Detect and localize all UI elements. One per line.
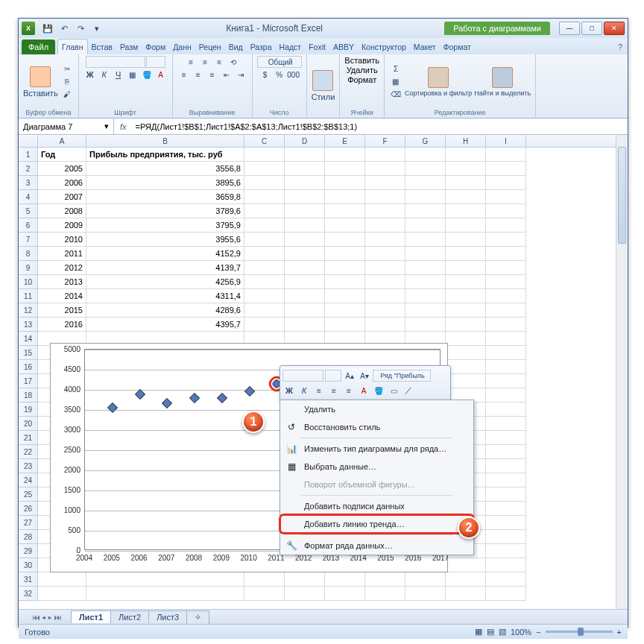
cell-B10[interactable]: 4256,9 bbox=[86, 275, 244, 289]
cell-D32[interactable] bbox=[285, 587, 325, 601]
cell-G6[interactable] bbox=[405, 218, 446, 233]
cell-C5[interactable] bbox=[244, 204, 285, 218]
row-head-24[interactable]: 24 bbox=[19, 473, 38, 487]
cell-H5[interactable] bbox=[446, 204, 486, 218]
undo-button[interactable]: ↶ bbox=[57, 21, 72, 36]
row-head-27[interactable]: 27 bbox=[19, 516, 38, 530]
tab-chart-design[interactable]: Конструктор bbox=[358, 40, 410, 54]
cell-I15[interactable] bbox=[486, 346, 526, 360]
sheet-tab-1[interactable]: Лист1 bbox=[71, 610, 111, 623]
close-button[interactable]: ✕ bbox=[604, 22, 625, 35]
col-head-E[interactable]: E bbox=[325, 135, 365, 148]
cell-C31[interactable] bbox=[244, 572, 285, 587]
cell-E2[interactable] bbox=[325, 162, 365, 176]
zoom-out-button[interactable]: − bbox=[536, 628, 540, 637]
cell-E5[interactable] bbox=[325, 204, 365, 218]
cell-A9[interactable]: 2012 bbox=[38, 261, 86, 275]
col-head-A[interactable]: A bbox=[38, 135, 86, 148]
line-mini[interactable]: ／ bbox=[402, 385, 415, 397]
cell-I10[interactable] bbox=[486, 275, 526, 289]
cell-H13[interactable] bbox=[446, 318, 486, 332]
tab-chart-format[interactable]: Формат bbox=[440, 40, 475, 54]
col-head-B[interactable]: B bbox=[86, 135, 244, 148]
autosum[interactable]: Σ bbox=[389, 63, 402, 75]
underline-button[interactable]: Ч bbox=[112, 69, 125, 80]
cell-I31[interactable] bbox=[486, 572, 526, 587]
cell-I6[interactable] bbox=[486, 218, 526, 233]
row-head-26[interactable]: 26 bbox=[19, 502, 38, 516]
cell-H14[interactable] bbox=[446, 332, 486, 346]
tab-file[interactable]: Файл bbox=[22, 40, 55, 54]
save-button[interactable]: 💾 bbox=[40, 21, 55, 36]
italic-mini[interactable]: К bbox=[297, 385, 311, 397]
find-select-button[interactable]: Найти и выделить bbox=[474, 67, 531, 97]
maximize-button[interactable]: □ bbox=[581, 22, 602, 35]
cell-H32[interactable] bbox=[446, 587, 486, 601]
cell-D9[interactable] bbox=[285, 261, 325, 275]
cell-I25[interactable] bbox=[486, 487, 526, 502]
cell-F11[interactable] bbox=[365, 289, 405, 303]
cell-B12[interactable]: 4289,6 bbox=[86, 303, 244, 318]
cell-G7[interactable] bbox=[405, 233, 446, 247]
cell-H11[interactable] bbox=[446, 289, 486, 303]
cell-F8[interactable] bbox=[365, 247, 405, 261]
cell-E8[interactable] bbox=[325, 247, 365, 261]
tab-abbyy[interactable]: ABBY bbox=[329, 40, 358, 54]
clear[interactable]: ⌫ bbox=[389, 89, 402, 101]
cell-C32[interactable] bbox=[244, 587, 285, 601]
cell-H6[interactable] bbox=[446, 218, 486, 233]
view-layout[interactable]: ▤ bbox=[487, 627, 494, 637]
cell-F7[interactable] bbox=[365, 233, 405, 247]
cell-G8[interactable] bbox=[405, 247, 446, 261]
cell-I7[interactable] bbox=[486, 233, 526, 247]
cell-I17[interactable] bbox=[486, 374, 526, 388]
row-head-15[interactable]: 15 bbox=[19, 346, 38, 360]
menu-format-series[interactable]: 🔧Формат ряда данных… bbox=[280, 537, 473, 555]
cell-E10[interactable] bbox=[325, 275, 365, 289]
cell-G1[interactable] bbox=[405, 148, 446, 162]
cell-H9[interactable] bbox=[446, 261, 486, 275]
row-head-4[interactable]: 4 bbox=[19, 190, 38, 204]
indent-inc[interactable]: ⇥ bbox=[234, 69, 247, 80]
formula-input[interactable]: =РЯД(Лист1!$B$1;Лист1!$A$2:$A$13;Лист1!$… bbox=[133, 122, 628, 131]
row-head-23[interactable]: 23 bbox=[19, 459, 38, 473]
cell-A1[interactable]: Год bbox=[38, 148, 86, 162]
row-head-18[interactable]: 18 bbox=[19, 388, 38, 402]
help-icon[interactable]: ? bbox=[613, 40, 628, 54]
orientation[interactable]: ⟲ bbox=[227, 56, 240, 68]
insert-cells-button[interactable]: Вставить bbox=[344, 56, 379, 65]
cell-B13[interactable]: 4395,7 bbox=[86, 318, 244, 332]
menu-reset-style[interactable]: ↺Восстановить стиль bbox=[280, 418, 473, 436]
col-head-I[interactable]: I bbox=[486, 135, 526, 148]
col-head-H[interactable]: H bbox=[446, 135, 486, 148]
row-head-8[interactable]: 8 bbox=[19, 247, 38, 261]
cell-I29[interactable] bbox=[486, 544, 526, 558]
cell-E11[interactable] bbox=[325, 289, 365, 303]
cell-D10[interactable] bbox=[285, 275, 325, 289]
cell-C9[interactable] bbox=[244, 261, 285, 275]
cell-I27[interactable] bbox=[486, 516, 526, 530]
cell-A10[interactable]: 2013 bbox=[38, 275, 86, 289]
cell-E1[interactable] bbox=[325, 148, 365, 162]
fill-mini[interactable]: 🪣 bbox=[372, 385, 385, 397]
data-point-2007[interactable] bbox=[162, 398, 172, 408]
align-top[interactable]: ≡ bbox=[184, 56, 198, 68]
row-head-31[interactable]: 31 bbox=[19, 572, 38, 587]
menu-add-data-labels[interactable]: Добавить подписи данных bbox=[280, 497, 473, 515]
format-cells-button[interactable]: Формат bbox=[347, 75, 376, 84]
cell-I28[interactable] bbox=[486, 530, 526, 544]
cell-I4[interactable] bbox=[486, 190, 526, 204]
row-head-12[interactable]: 12 bbox=[19, 303, 38, 318]
cell-I13[interactable] bbox=[486, 318, 526, 332]
row-head-7[interactable]: 7 bbox=[19, 233, 38, 247]
cell-D11[interactable] bbox=[285, 289, 325, 303]
cell-F6[interactable] bbox=[365, 218, 405, 233]
row-head-5[interactable]: 5 bbox=[19, 204, 38, 218]
cell-A2[interactable]: 2005 bbox=[38, 162, 86, 176]
align-mid[interactable]: ≡ bbox=[198, 56, 212, 68]
row-head-30[interactable]: 30 bbox=[19, 558, 38, 572]
row-head-16[interactable]: 16 bbox=[19, 360, 38, 374]
cell-F13[interactable] bbox=[365, 318, 405, 332]
cell-I21[interactable] bbox=[486, 431, 526, 445]
cell-A13[interactable]: 2016 bbox=[38, 318, 86, 332]
